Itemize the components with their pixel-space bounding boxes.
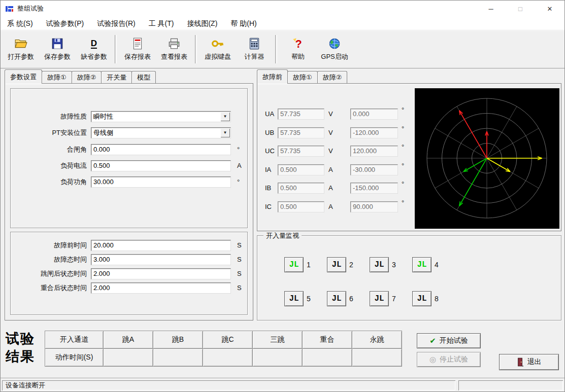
header-trip-c: 跳C [203, 331, 253, 349]
check-icon: ✔ [429, 336, 436, 345]
load-angle-input[interactable]: 30.000 [91, 176, 231, 188]
maximize-button[interactable]: □ [506, 1, 535, 17]
time-param-group: 故障前时间 20.000 S 故障态时间 3.000 S 跳闸后状态时间 2.0… [10, 232, 248, 315]
switch-number: 8 [435, 291, 439, 306]
uc-label: UC [265, 146, 275, 157]
header-trip-b: 跳B [153, 331, 203, 349]
ic-magnitude-input[interactable]: 0.500 [278, 201, 324, 212]
pre-fault-time-label: 故障前时间 [11, 240, 87, 251]
tab-model[interactable]: 模型 [131, 71, 156, 84]
switch-contact-icon[interactable]: JL [370, 257, 389, 272]
pre-fault-page: UA 57.735 V 0.000 ° UB 57.735 V -120.000… [257, 83, 561, 231]
open-params-button[interactable]: 打开参数 [3, 32, 39, 66]
switch-contact-icon[interactable]: JL [412, 257, 431, 272]
menu-help[interactable]: 帮 助(H) [224, 17, 263, 30]
form-row: 故障前时间 20.000 S [11, 240, 247, 251]
virtual-keyboard-icon [211, 37, 224, 50]
tab-fault-2-right[interactable]: 故障② [317, 71, 348, 84]
stop-icon: ◎ [429, 355, 436, 364]
tab-fault-2-left[interactable]: 故障② [72, 71, 102, 84]
chevron-down-icon[interactable]: ▼ [220, 128, 230, 137]
menu-tools[interactable]: 工 具(T) [142, 17, 181, 30]
calculator-icon [248, 37, 261, 50]
menu-test-params[interactable]: 试验参数(P) [40, 17, 91, 30]
post-reclose-time-input[interactable]: 2.000 [91, 282, 231, 294]
pt-position-select[interactable]: 母线侧 ▼ [91, 127, 231, 138]
start-test-button[interactable]: ✔ 开始试验 [417, 333, 481, 348]
window-controls: ─ □ ✕ [476, 1, 564, 17]
form-row: 合闸角 0.000 ° [11, 144, 247, 155]
tab-switch-quantity[interactable]: 开关量 [101, 71, 132, 84]
header-three-phase-trip: 三跳 [252, 331, 303, 349]
save-report-icon [131, 37, 144, 50]
load-angle-unit: ° [237, 176, 240, 188]
uc-unit: V [328, 146, 333, 157]
ia-magnitude-input[interactable]: 0.500 [278, 164, 324, 175]
load-current-label: 负荷电流 [11, 160, 87, 171]
form-row: 负荷功角 30.000 ° [11, 176, 247, 188]
app-icon [5, 5, 14, 13]
uc-magnitude-input[interactable]: 57.735 [278, 146, 324, 157]
chevron-down-icon[interactable]: ▼ [220, 112, 230, 121]
closing-angle-input[interactable]: 0.000 [91, 144, 231, 155]
save-params-button[interactable]: 保存参数 [39, 32, 76, 66]
uc-angle-input[interactable]: 120.000 [350, 146, 398, 157]
ib-angle-input[interactable]: -150.000 [350, 183, 398, 194]
ua-angle-input[interactable]: 0.000 [350, 109, 398, 120]
switch-contact-icon[interactable]: JL [327, 257, 346, 272]
save-report-button[interactable]: 保存报表 [119, 32, 156, 66]
menu-system[interactable]: 系 统(S) [1, 17, 40, 30]
help-button[interactable]: ? 帮助 [280, 32, 316, 66]
load-current-input[interactable]: 0.500 [91, 160, 231, 171]
tab-fault-1-right[interactable]: 故障① [287, 71, 318, 84]
toolbar-label: 帮助 [291, 52, 305, 61]
param-settings-page: 故障性质 瞬时性 ▼ PT安装位置 母线侧 ▼ 合闸角 0.000 ° 负荷电流 [5, 83, 253, 320]
ua-label: UA [265, 109, 274, 120]
ic-unit: A [328, 201, 333, 212]
switch-contact-icon[interactable]: JL [284, 291, 304, 306]
fault-time-unit: S [237, 254, 242, 265]
ub-magnitude-input[interactable]: 57.735 [278, 127, 324, 138]
toolbar-label: 保存参数 [44, 52, 71, 61]
fault-nature-label: 故障性质 [11, 111, 87, 122]
tab-pre-fault[interactable]: 故障前 [257, 69, 288, 84]
ib-magnitude-input[interactable]: 0.500 [278, 183, 324, 194]
ub-angle-input[interactable]: -120.000 [350, 127, 398, 138]
fault-time-input[interactable]: 3.000 [91, 254, 231, 265]
menu-wiring-diagram[interactable]: 接线图(Z) [180, 17, 224, 30]
virtual-keyboard-button[interactable]: 虚拟键盘 [200, 32, 236, 66]
default-params-button[interactable]: D 缺省参数 [76, 32, 112, 66]
closing-angle-label: 合闸角 [11, 144, 87, 155]
toolbar-label: GPS启动 [321, 52, 348, 61]
calculator-button[interactable]: 计算器 [236, 32, 273, 66]
menu-test-report[interactable]: 试验报告(R) [90, 17, 142, 30]
switch-contact-icon[interactable]: JL [327, 291, 346, 306]
result-side-label: 试验 结果 [6, 330, 45, 366]
toolbar-label: 保存报表 [124, 52, 151, 61]
fault-nature-select[interactable]: 瞬时性 ▼ [91, 111, 231, 122]
svg-text:?: ? [295, 38, 302, 50]
close-button[interactable]: ✕ [535, 1, 564, 17]
switch-contact-icon[interactable]: JL [370, 291, 389, 306]
switch-contact-icon[interactable]: JL [284, 257, 304, 272]
minimize-button[interactable]: ─ [476, 1, 506, 17]
tab-param-settings[interactable]: 参数设置 [5, 69, 42, 84]
switch-number: 4 [435, 257, 439, 272]
gps-start-button[interactable]: GPS启动 [316, 32, 353, 66]
switch-number: 5 [307, 291, 311, 306]
tab-fault-1-left[interactable]: 故障① [42, 71, 72, 84]
value-three-phase-trip [252, 348, 303, 367]
ua-unit: V [328, 109, 333, 120]
pre-fault-time-input[interactable]: 20.000 [91, 240, 231, 251]
toolbar-label: 计算器 [245, 52, 264, 61]
ic-angle-input[interactable]: 90.000 [350, 201, 398, 212]
value-permanent-trip [352, 348, 402, 367]
post-trip-time-input[interactable]: 2.000 [91, 268, 231, 279]
view-report-button[interactable]: 查看报表 [156, 32, 192, 66]
switch-contact-icon[interactable]: JL [412, 291, 431, 306]
exit-button[interactable]: 退出 [499, 354, 559, 370]
row-label-action-time: 动作时间(S) [45, 348, 104, 367]
ua-magnitude-input[interactable]: 57.735 [278, 109, 324, 120]
form-row: PT安装位置 母线侧 ▼ [11, 127, 247, 138]
ia-angle-input[interactable]: -30.000 [350, 164, 398, 175]
